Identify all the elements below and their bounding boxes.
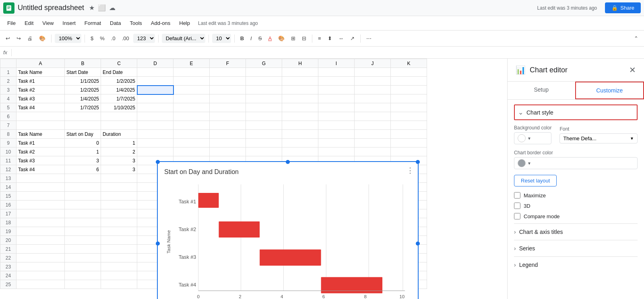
cell[interactable] [355, 103, 391, 112]
col-header-e[interactable]: E [173, 59, 210, 68]
cell[interactable]: 1 [101, 139, 137, 147]
cell[interactable] [137, 86, 173, 94]
number-format-select[interactable]: 123 [133, 34, 155, 43]
more-button[interactable]: ⋯ [364, 34, 374, 43]
rotate-button[interactable]: ↗ [348, 34, 357, 43]
cell[interactable] [355, 112, 391, 121]
cell[interactable] [210, 94, 246, 103]
cell[interactable] [101, 209, 137, 218]
merge-button[interactable]: ⊟ [299, 34, 309, 43]
cell[interactable]: 1/2/2025 [101, 77, 137, 86]
cell[interactable] [355, 147, 391, 156]
cell[interactable] [282, 139, 318, 147]
cell[interactable] [282, 130, 318, 139]
cell[interactable] [65, 280, 101, 289]
cell[interactable] [101, 121, 137, 130]
cell[interactable] [210, 121, 246, 130]
cell[interactable]: Start Date [65, 68, 101, 77]
title-icon-star[interactable]: ★ [89, 4, 95, 12]
cell[interactable]: Task #1 [17, 77, 65, 86]
cell[interactable] [65, 174, 101, 183]
cell[interactable]: 1/4/2025 [101, 86, 137, 94]
cell[interactable] [137, 112, 173, 121]
reset-layout-button[interactable]: Reset layout [514, 175, 557, 186]
cell[interactable] [17, 280, 65, 289]
col-header-g[interactable]: G [246, 59, 282, 68]
series-section[interactable]: › Series [514, 240, 638, 256]
formula-input[interactable] [16, 49, 641, 55]
cell[interactable] [101, 280, 137, 289]
col-header-f[interactable]: F [210, 59, 246, 68]
tab-customize[interactable]: Customize [575, 82, 644, 99]
cell[interactable]: Task #4 [17, 103, 65, 112]
cell[interactable] [17, 112, 65, 121]
cell[interactable] [101, 112, 137, 121]
cell[interactable] [391, 130, 427, 139]
cell[interactable]: 1/10/2025 [101, 103, 137, 112]
cell[interactable] [17, 201, 65, 209]
cell[interactable]: Task Name [17, 130, 65, 139]
chart-axis-titles-section[interactable]: › Chart & axis titles [514, 223, 638, 240]
cell[interactable] [101, 218, 137, 227]
cell[interactable]: Task #3 [17, 156, 65, 165]
cell[interactable] [173, 77, 210, 86]
cell[interactable]: Task #2 [17, 86, 65, 94]
cell[interactable]: End Date [101, 68, 137, 77]
cell[interactable] [210, 112, 246, 121]
cell[interactable] [65, 192, 101, 201]
cell[interactable] [137, 139, 173, 147]
cell[interactable] [173, 68, 210, 77]
cell[interactable] [17, 192, 65, 201]
cell[interactable]: Task #1 [17, 139, 65, 147]
cell[interactable] [282, 86, 318, 94]
cell[interactable] [318, 94, 355, 103]
maximize-checkbox[interactable] [514, 192, 520, 199]
fill-color-button[interactable]: 🎨 [276, 34, 287, 43]
undo-button[interactable]: ↩ [3, 34, 12, 43]
cell[interactable] [173, 94, 210, 103]
cell[interactable] [210, 147, 246, 156]
cell[interactable] [318, 103, 355, 112]
cell[interactable] [355, 68, 391, 77]
cell[interactable] [391, 77, 427, 86]
cell[interactable] [246, 94, 282, 103]
cell[interactable] [101, 227, 137, 236]
cell[interactable] [65, 236, 101, 245]
cell[interactable] [101, 183, 137, 192]
cell[interactable] [210, 139, 246, 147]
cell[interactable] [318, 121, 355, 130]
menu-tools[interactable]: Tools [126, 18, 146, 28]
col-header-h[interactable]: H [282, 59, 318, 68]
cell[interactable] [173, 103, 210, 112]
cell[interactable] [246, 139, 282, 147]
legend-section[interactable]: › Legend [514, 256, 638, 273]
cell[interactable] [318, 147, 355, 156]
borders-button[interactable]: ⊞ [289, 34, 298, 43]
cell[interactable] [17, 271, 65, 280]
cell[interactable] [282, 121, 318, 130]
cell[interactable] [282, 112, 318, 121]
cell[interactable] [65, 218, 101, 227]
bg-color-picker[interactable]: ▼ [514, 132, 551, 144]
strikethrough-button[interactable]: S [256, 34, 264, 43]
chart-container[interactable]: Start on Day and Duration ⋮ Task #1 Task… [157, 161, 419, 299]
cell[interactable] [65, 121, 101, 130]
cell[interactable] [173, 147, 210, 156]
cell[interactable] [318, 130, 355, 139]
maximize-label[interactable]: Maximize [524, 193, 546, 199]
cell[interactable]: 1/4/2025 [65, 94, 101, 103]
currency-button[interactable]: $ [88, 34, 96, 43]
cell[interactable] [246, 112, 282, 121]
menu-help[interactable]: Help [175, 18, 194, 28]
cell[interactable]: 1/1/2025 [65, 77, 101, 86]
cell[interactable] [65, 227, 101, 236]
menu-insert[interactable]: Insert [58, 18, 80, 28]
col-header-k[interactable]: K [391, 59, 427, 68]
cell[interactable] [17, 227, 65, 236]
cell[interactable]: 3 [101, 165, 137, 174]
cell[interactable] [65, 254, 101, 262]
cell[interactable] [17, 174, 65, 183]
col-header-b[interactable]: B [65, 59, 101, 68]
cell[interactable] [101, 174, 137, 183]
zoom-select[interactable]: 100% [55, 34, 81, 43]
